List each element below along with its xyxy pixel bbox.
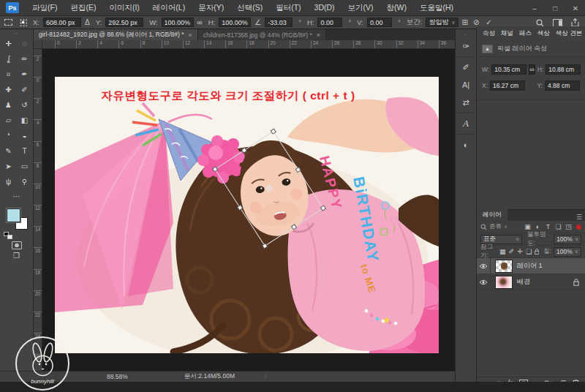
toolbar-grip[interactable]: ‥: [0, 29, 33, 36]
filter-type-layers-icon[interactable]: T: [544, 223, 552, 230]
clone-stamp-tool-icon[interactable]: ♟: [1, 97, 17, 113]
layer-name[interactable]: 레이어 1: [517, 261, 543, 271]
maximize-button[interactable]: □: [550, 4, 560, 12]
crop-tool-icon[interactable]: ⌗: [1, 67, 17, 82]
commit-transform-icon[interactable]: ✓: [484, 18, 493, 26]
layer-filter-toggle[interactable]: [576, 225, 581, 230]
menu-item[interactable]: 레이어(L): [146, 1, 192, 15]
panel-tab[interactable]: 색상: [535, 28, 553, 39]
pen-tool-icon[interactable]: ✎: [1, 143, 17, 159]
hand-tool-icon[interactable]: ψ: [1, 174, 17, 189]
workspace-switcher-icon[interactable]: [553, 19, 562, 27]
dodge-tool-icon[interactable]: ◒: [17, 128, 33, 143]
brushes-panel-icon[interactable]: ✐: [457, 59, 475, 76]
layers-tab[interactable]: 레이어: [477, 209, 507, 221]
background-lock-icon[interactable]: [573, 279, 579, 286]
reference-point-locator[interactable]: [19, 18, 27, 26]
tab-close-icon[interactable]: ×: [317, 31, 320, 39]
character-panel-icon[interactable]: A|: [457, 76, 475, 94]
foreground-color-swatch[interactable]: [7, 208, 20, 222]
eraser-tool-icon[interactable]: ▱: [1, 113, 17, 128]
filter-adjustment-layers-icon[interactable]: ◐: [534, 223, 542, 230]
h-skew-input[interactable]: [317, 18, 342, 27]
lock-transparency-icon[interactable]: ▦: [499, 248, 506, 255]
visibility-toggle[interactable]: [477, 274, 491, 290]
zoom-level[interactable]: 88.58%: [107, 373, 151, 380]
close-button[interactable]: ✕: [570, 4, 581, 12]
document-canvas[interactable]: HAPPY BiRTHDAY to ME: [55, 77, 439, 353]
layer-thumbnail[interactable]: [495, 260, 513, 273]
brush-tool-icon[interactable]: ✐: [17, 82, 33, 97]
y-input[interactable]: [105, 18, 143, 27]
menu-item[interactable]: 문자(Y): [192, 1, 230, 15]
panel-tab[interactable]: 패스: [516, 28, 535, 39]
prop-height-input[interactable]: [546, 64, 581, 75]
blur-tool-icon[interactable]: ❛: [1, 128, 17, 143]
maintain-aspect-icon[interactable]: ∞: [197, 18, 203, 26]
document-tab-inactive[interactable]: children-817368.jpg @ 44% (RGB/8#) * ×: [198, 29, 326, 40]
angle-input[interactable]: [265, 18, 292, 27]
healing-brush-tool-icon[interactable]: ✚: [1, 82, 17, 97]
zoom-tool-icon[interactable]: ⚲: [17, 174, 33, 189]
move-tool-icon[interactable]: ✛: [1, 36, 17, 51]
paragraph-panel-icon[interactable]: ⇄: [457, 94, 475, 111]
character-styles-panel-icon[interactable]: A: [457, 115, 475, 132]
link-dimensions-icon[interactable]: ∞: [529, 64, 535, 75]
eyedropper-tool-icon[interactable]: ✒: [17, 67, 33, 82]
menu-item[interactable]: 필터(T): [269, 1, 307, 15]
quick-selection-tool-icon[interactable]: ✏: [17, 51, 33, 67]
minimize-button[interactable]: –: [529, 4, 540, 12]
history-brush-tool-icon[interactable]: ↺: [17, 97, 33, 113]
filter-smart-objects-icon[interactable]: ◳: [565, 223, 573, 230]
adjustments-panel-icon[interactable]: ◐: [457, 136, 475, 154]
fill-input[interactable]: 100%∨: [554, 247, 581, 257]
layers-menu-icon[interactable]: ☰: [576, 214, 582, 221]
filter-shape-layers-icon[interactable]: ❏: [554, 223, 562, 230]
menu-item[interactable]: 도움말(H): [413, 1, 460, 15]
opacity-input[interactable]: 100%∨: [554, 235, 581, 244]
prop-width-input[interactable]: [491, 64, 526, 75]
panel-tab[interactable]: 속성: [480, 28, 498, 39]
lock-pixels-icon[interactable]: ✐: [508, 248, 515, 255]
layer-row-layer1[interactable]: 레이어 1: [477, 258, 585, 274]
menu-item[interactable]: 편집(E): [64, 1, 102, 15]
filter-pixel-layers-icon[interactable]: ▣: [524, 223, 532, 230]
lock-all-icon[interactable]: [535, 248, 540, 255]
pasteboard[interactable]: HAPPY BiRTHDAY to ME: [42, 49, 455, 371]
height-input[interactable]: [219, 18, 251, 27]
v-skew-input[interactable]: [367, 18, 392, 27]
menu-item[interactable]: 3D(D): [308, 1, 341, 15]
screen-mode-icon[interactable]: ❐: [13, 252, 20, 263]
layer-row-background[interactable]: 배경: [477, 274, 585, 290]
type-tool-icon[interactable]: T: [17, 143, 33, 159]
menu-item[interactable]: 선택(S): [230, 1, 269, 15]
shape-tool-icon[interactable]: ▭: [17, 159, 33, 174]
edit-toolbar-icon[interactable]: ⋯: [13, 192, 20, 204]
x-input[interactable]: [43, 18, 81, 27]
path-select-tool-icon[interactable]: ➤: [1, 159, 17, 174]
width-input[interactable]: [162, 18, 194, 27]
photo-girl-birthday[interactable]: HAPPY BiRTHDAY to ME: [55, 77, 439, 353]
menu-item[interactable]: 이미지(I): [102, 1, 146, 15]
marquee-tool-icon[interactable]: ◌: [17, 36, 33, 51]
layer-thumbnail[interactable]: [495, 276, 513, 289]
vertical-ruler[interactable]: 202468101214161820222426: [34, 49, 42, 371]
search-icon[interactable]: [536, 19, 544, 27]
layer-name[interactable]: 배경: [517, 277, 530, 287]
delta-icon[interactable]: Δ: [85, 18, 90, 26]
gradient-tool-icon[interactable]: ◧: [17, 113, 33, 128]
document-tab-active[interactable]: girl-812482_1920.jpg @ 88.6% (레이어 1, RGB…: [34, 29, 198, 40]
menu-item[interactable]: 보기(V): [341, 1, 380, 15]
layer-filter-label[interactable]: 종류: [489, 222, 502, 231]
default-colors-icon[interactable]: [4, 232, 12, 239]
menu-item[interactable]: 창(W): [380, 1, 413, 15]
lock-artboard-icon[interactable]: ❑: [526, 248, 532, 255]
color-swatches[interactable]: [6, 208, 28, 230]
interpolation-select[interactable]: 쌍입방∨: [426, 18, 458, 27]
dock-grip[interactable]: ‥: [456, 31, 476, 37]
panel-tab[interactable]: 채널: [498, 28, 516, 39]
warp-mode-icon[interactable]: ⊞: [462, 18, 468, 26]
horizontal-ruler[interactable]: 024681012141618202224262830323436: [42, 40, 455, 49]
lock-position-icon[interactable]: ✛: [517, 248, 524, 255]
quick-mask-icon[interactable]: [12, 241, 22, 249]
